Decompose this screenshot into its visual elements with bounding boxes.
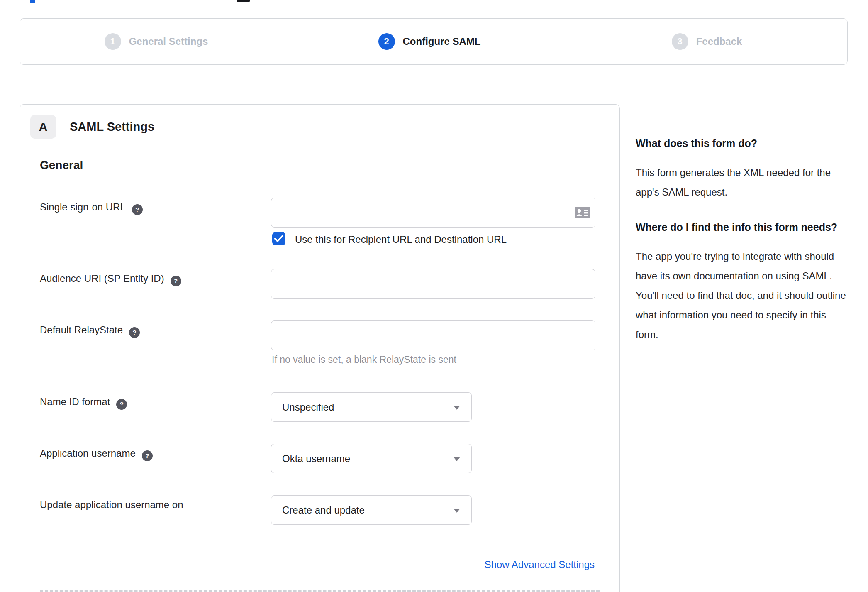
name-id-format-label: Name ID format?: [40, 396, 127, 410]
application-username-select[interactable]: Okta username: [271, 444, 472, 473]
sso-url-input[interactable]: [271, 198, 595, 228]
relaystate-hint: If no value is set, a blank RelayState i…: [272, 354, 456, 365]
general-section-heading: General: [40, 159, 83, 172]
default-relaystate-label: Default RelayState?: [40, 324, 140, 338]
clipped-icon-fragment: [237, 0, 250, 2]
recipient-url-checkbox-label: Use this for Recipient URL and Destinati…: [295, 234, 507, 245]
show-advanced-settings-link[interactable]: Show Advanced Settings: [484, 559, 595, 570]
select-value: Unspecified: [271, 401, 334, 413]
help-icon[interactable]: ?: [116, 399, 127, 410]
help-icon[interactable]: ?: [132, 204, 143, 215]
dropdown-caret-icon: [454, 509, 460, 513]
help-sidebar: What does this form do? This form genera…: [636, 135, 850, 362]
step-label: Feedback: [696, 36, 742, 47]
step-general-settings[interactable]: 1 General Settings: [20, 19, 293, 64]
help-heading: Where do I find the info this form needs…: [636, 219, 850, 235]
sso-url-label: Single sign-on URL?: [40, 201, 143, 215]
help-heading: What does this form do?: [636, 135, 850, 151]
step-label: General Settings: [129, 36, 208, 47]
saml-settings-panel: A SAML Settings General Single sign-on U…: [20, 104, 620, 592]
default-relaystate-input[interactable]: [271, 320, 595, 350]
select-value: Okta username: [271, 453, 350, 465]
step-label: Configure SAML: [403, 36, 481, 47]
step-configure-saml[interactable]: 2 Configure SAML: [293, 19, 566, 64]
section-divider-dashed: [40, 590, 600, 592]
step-number-badge: 1: [105, 33, 121, 50]
update-application-username-label: Update application username on: [40, 499, 183, 511]
section-a-badge: A: [30, 115, 56, 139]
dropdown-caret-icon: [454, 457, 460, 461]
audience-uri-input[interactable]: [271, 269, 595, 299]
wizard-stepper: 1 General Settings 2 Configure SAML 3 Fe…: [20, 18, 848, 65]
clipped-brand-fragment: [30, 0, 35, 3]
step-number-badge: 3: [672, 33, 688, 50]
help-icon[interactable]: ?: [142, 450, 153, 461]
recipient-url-checkbox[interactable]: [272, 232, 285, 245]
help-body: The app you're trying to integrate with …: [636, 247, 850, 344]
update-application-username-select[interactable]: Create and update: [271, 495, 472, 525]
dropdown-caret-icon: [454, 406, 460, 410]
help-icon[interactable]: ?: [171, 276, 181, 286]
panel-title: SAML Settings: [70, 115, 154, 139]
audience-uri-label: Audience URI (SP Entity ID)?: [40, 273, 181, 286]
contact-card-icon[interactable]: [574, 206, 591, 219]
select-value: Create and update: [271, 504, 365, 516]
help-body: This form generates the XML needed for t…: [636, 163, 850, 202]
checkmark-icon: [274, 235, 283, 242]
configure-saml-page: 1 General Settings 2 Configure SAML 3 Fe…: [0, 0, 868, 592]
name-id-format-select[interactable]: Unspecified: [271, 392, 472, 422]
step-feedback[interactable]: 3 Feedback: [566, 19, 847, 64]
help-icon[interactable]: ?: [129, 327, 140, 338]
application-username-label: Application username?: [40, 448, 153, 461]
step-number-badge: 2: [378, 33, 395, 50]
